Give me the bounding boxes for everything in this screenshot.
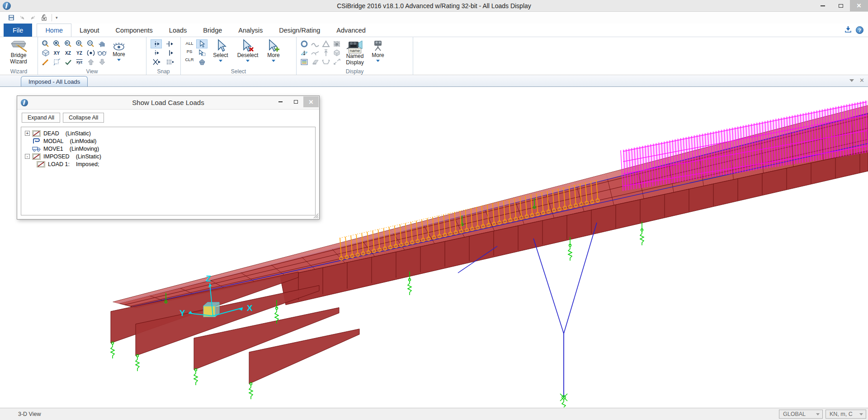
- ribbon-group-view: XY XZ YZ xyz: [38, 37, 146, 75]
- move-up-icon[interactable]: [85, 57, 96, 67]
- group-label-display: Display: [297, 68, 413, 75]
- download-icon[interactable]: [844, 25, 852, 35]
- qat-customize-icon[interactable]: ▾: [56, 15, 58, 20]
- tab-home[interactable]: Home: [37, 24, 71, 37]
- expand-all-button[interactable]: Expand All: [22, 113, 60, 123]
- snap-midpoints-icon[interactable]: [151, 48, 162, 57]
- axes-xyz-icon[interactable]: xyz: [74, 57, 85, 67]
- eye-icon: [111, 41, 127, 52]
- dialog-close-button[interactable]: ✕: [303, 96, 319, 107]
- check-icon[interactable]: [62, 57, 74, 67]
- poly-select-icon[interactable]: [196, 57, 208, 67]
- zoom-in-icon[interactable]: [74, 39, 85, 48]
- collapse-icon[interactable]: -: [25, 154, 30, 159]
- view-xz-icon[interactable]: XZ: [62, 48, 74, 57]
- deselect-button[interactable]: Deselect: [233, 38, 262, 69]
- select-button[interactable]: Select: [208, 38, 233, 69]
- coordinate-system-select[interactable]: GLOBAL: [779, 410, 823, 419]
- tab-components[interactable]: Components: [108, 24, 161, 37]
- view-status-label: 3-D View: [18, 411, 41, 417]
- tree-item-dead[interactable]: + DEAD (LinStatic): [21, 129, 315, 137]
- move-down-icon[interactable]: [96, 57, 108, 67]
- group-label-view: View: [38, 68, 146, 75]
- draw-icon[interactable]: [40, 57, 51, 67]
- chevron-down-icon: [376, 60, 380, 62]
- display-deformed-icon[interactable]: [309, 39, 321, 48]
- tree-item-move1[interactable]: MOVE1 (LinMoving): [21, 145, 315, 153]
- snap-ends-icon[interactable]: [164, 39, 175, 48]
- display-erase-icon[interactable]: [309, 57, 321, 67]
- clear-selection-button[interactable]: CLR: [183, 56, 196, 63]
- tab-layout[interactable]: Layout: [71, 24, 108, 37]
- display-loads-icon[interactable]: [320, 48, 331, 57]
- display-bridge-section-icon[interactable]: [320, 57, 331, 67]
- snap-edges-icon[interactable]: [164, 48, 175, 57]
- dialog-maximize-button[interactable]: [288, 96, 303, 107]
- display-sections-icon[interactable]: [309, 48, 321, 57]
- tree-item-load1[interactable]: LOAD 1: Imposed;: [21, 160, 315, 168]
- marquee-select-icon[interactable]: [196, 48, 208, 57]
- dialog-minimize-button[interactable]: [273, 96, 288, 107]
- snap-points-icon[interactable]: [151, 39, 162, 48]
- dialog-titlebar[interactable]: Show Load Case Loads ✕: [17, 96, 319, 110]
- display-releases-icon[interactable]: [331, 57, 342, 67]
- tree-item-imposed[interactable]: - IMPOSED (LinStatic): [21, 153, 315, 160]
- rotate-view-icon[interactable]: [85, 48, 96, 57]
- status-bar: 3-D View GLOBAL KN, m, C: [0, 408, 868, 420]
- help-icon[interactable]: ?: [856, 26, 863, 34]
- pointer-select-icon[interactable]: [196, 39, 208, 48]
- set-limits-icon[interactable]: [51, 57, 62, 67]
- select-previous-button[interactable]: PS: [183, 48, 196, 55]
- perspective-icon[interactable]: [96, 48, 108, 57]
- tree-item-modal[interactable]: MODAL (LinModal): [21, 137, 315, 145]
- zoom-out-icon[interactable]: [85, 39, 96, 48]
- units-select[interactable]: KN, m, C: [826, 410, 866, 419]
- view-tab-imposed-all-loads[interactable]: Imposed - All Loads: [21, 76, 88, 86]
- display-lanes-icon[interactable]: [298, 48, 310, 57]
- display-modes-icon[interactable]: [320, 39, 331, 48]
- display-more-button[interactable]: More: [368, 38, 388, 69]
- display-joints-icon[interactable]: [298, 39, 310, 48]
- lock-icon[interactable]: [40, 14, 48, 22]
- tab-bridge[interactable]: Bridge: [195, 24, 230, 37]
- display-tables-icon[interactable]: [298, 57, 310, 67]
- expand-icon[interactable]: +: [25, 131, 30, 136]
- tab-file[interactable]: File: [4, 24, 32, 37]
- dialog-resize-grip[interactable]: [313, 213, 319, 219]
- tab-loads[interactable]: Loads: [161, 24, 195, 37]
- undo-icon[interactable]: [18, 14, 26, 22]
- snap-intersections-icon[interactable]: [151, 57, 162, 67]
- close-view-icon[interactable]: ✕: [859, 77, 864, 83]
- view-xy-icon[interactable]: XY: [51, 48, 62, 57]
- zoom-extents-icon[interactable]: [51, 39, 62, 48]
- collapse-all-button[interactable]: Collapse All: [63, 113, 104, 123]
- chevron-down-icon: [816, 413, 820, 415]
- display-objects-icon[interactable]: [331, 48, 342, 57]
- display-contours-icon[interactable]: [331, 39, 342, 48]
- select-more-button[interactable]: More: [262, 38, 285, 69]
- named-display-button[interactable]: name Named Display: [342, 38, 368, 69]
- zoom-window-icon[interactable]: [40, 39, 51, 48]
- load-case-tree: + DEAD (LinStatic) MODAL (LinModal): [21, 127, 316, 215]
- view-3d-icon[interactable]: [40, 48, 51, 57]
- zoom-previous-icon[interactable]: [62, 39, 74, 48]
- redo-icon[interactable]: [29, 14, 37, 22]
- tab-design-rating[interactable]: Design/Rating: [271, 24, 328, 37]
- tab-list-chevron-icon[interactable]: [849, 79, 854, 82]
- minimize-button[interactable]: [814, 0, 832, 11]
- snap-grid-icon[interactable]: [164, 57, 175, 67]
- view-yz-icon[interactable]: YZ: [74, 48, 85, 57]
- svg-text:Z: Z: [206, 274, 211, 283]
- ribbon: Bridge Wizard Wizard: [0, 37, 868, 75]
- tab-advanced[interactable]: Advanced: [328, 24, 374, 37]
- close-button[interactable]: ✕: [850, 0, 868, 11]
- cursor-x-icon: [241, 39, 255, 52]
- pan-icon[interactable]: [96, 39, 108, 48]
- maximize-button[interactable]: [832, 0, 850, 11]
- cursor-icon: [215, 39, 226, 52]
- bridge-wizard-button[interactable]: Bridge Wizard: [2, 38, 35, 65]
- save-icon[interactable]: [7, 14, 15, 22]
- select-all-button[interactable]: ALL: [183, 39, 196, 47]
- view-more-button[interactable]: More: [108, 40, 130, 69]
- tab-analysis[interactable]: Analysis: [230, 24, 271, 37]
